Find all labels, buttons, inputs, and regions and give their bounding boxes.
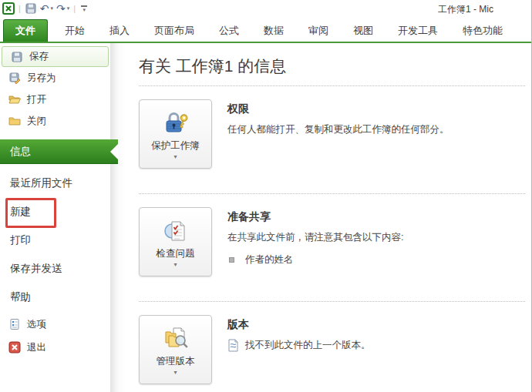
sidebar-item-label: 保存并发送: [10, 262, 62, 276]
lock-key-icon: [162, 109, 190, 137]
tab-data[interactable]: 数据: [251, 20, 296, 42]
window-title: 工作簿1 - Mic: [438, 3, 532, 16]
tab-view[interactable]: 视图: [341, 20, 386, 42]
inspect-document-icon: [162, 217, 190, 245]
tab-page-layout[interactable]: 页面布局: [142, 20, 207, 42]
sidebar-item-save-as[interactable]: 另存为: [0, 67, 110, 89]
section-description: 在共享此文件前，请注意其包含以下内容:: [227, 231, 403, 244]
sidebar-item-options[interactable]: 选项: [0, 313, 110, 336]
customize-quick-access-toolbar-button[interactable]: ▾: [81, 5, 87, 12]
page-title: 有关 工作簿1 的信息: [139, 55, 525, 77]
save-icon: [11, 51, 23, 63]
sidebar-item-label: 新建: [10, 205, 31, 219]
sidebar-item-label: 另存为: [27, 72, 56, 85]
save-as-icon: [8, 72, 21, 84]
sidebar-item-open[interactable]: 打开: [0, 89, 110, 110]
permissions-section: 保护工作簿 ▾ 权限 任何人都能打开、复制和更改此工作簿的任何部分。: [139, 86, 525, 185]
manage-versions-icon: [162, 325, 190, 353]
sharing-issue-label: 作者的姓名: [245, 253, 294, 266]
sidebar-item-save-and-send[interactable]: 保存并发送: [0, 254, 110, 283]
button-label: 管理版本: [157, 355, 195, 368]
button-label: 保护工作簿: [151, 139, 200, 152]
tab-special-features[interactable]: 特色功能: [450, 20, 515, 42]
ribbon-tab-row: 文件 开始 插入 页面布局 公式 数据 审阅 视图 开发工具 特色功能: [0, 17, 531, 43]
chevron-down-icon: ▾: [82, 8, 86, 12]
sidebar-item-label: 关闭: [27, 115, 46, 128]
redo-icon: ↷: [56, 3, 66, 14]
bullet-square-icon: [229, 257, 234, 263]
sidebar-item-label: 信息: [10, 145, 31, 159]
exit-icon: [8, 341, 21, 353]
version-status-text: 找不到此文件的上一个版本。: [245, 339, 371, 352]
excel-logo-icon: [2, 2, 15, 15]
info-panel: 有关 工作簿1 的信息: [139, 43, 525, 392]
chevron-down-icon[interactable]: ▾: [51, 3, 54, 14]
undo-icon: ↶: [40, 3, 49, 14]
backstage-view: 保存 另存为 打开: [0, 43, 531, 392]
sidebar-item-label: 打印: [10, 233, 31, 247]
version-document-icon: [227, 339, 239, 352]
tab-file[interactable]: 文件: [3, 19, 48, 42]
versions-section: 管理版本 ▾ 版本 找不到此文件的上一个版本。: [139, 302, 525, 392]
title-bar: | ↶▾ ↷▾ | ▾ 工作簿1 - Mic: [0, 0, 531, 17]
sidebar-item-label: 保存: [29, 50, 49, 63]
sidebar-item-label: 打开: [27, 93, 46, 106]
button-label: 检查问题: [157, 247, 195, 260]
chevron-down-icon: ▾: [173, 370, 177, 375]
closed-folder-icon: [8, 115, 21, 127]
redo-button[interactable]: ↷▾: [56, 3, 69, 14]
sidebar-item-label: 退出: [27, 341, 46, 354]
protect-workbook-button[interactable]: 保护工作簿 ▾: [139, 99, 212, 169]
undo-button[interactable]: ↶▾: [40, 3, 53, 14]
sidebar-item-label: 帮助: [10, 290, 31, 304]
tab-formulas[interactable]: 公式: [207, 20, 251, 42]
sidebar-item-info[interactable]: 信息: [0, 139, 118, 164]
sidebar-item-help[interactable]: 帮助: [0, 283, 110, 311]
save-icon[interactable]: [25, 2, 37, 15]
section-title: 权限: [227, 102, 450, 116]
sidebar-item-close[interactable]: 关闭: [0, 110, 110, 132]
tab-developer[interactable]: 开发工具: [386, 20, 450, 42]
section-description: 任何人都能打开、复制和更改此工作簿的任何部分。: [227, 123, 450, 136]
prepare-sharing-section: 检查问题 ▾ 准备共享 在共享此文件前，请注意其包含以下内容: 作者的姓名: [139, 194, 525, 293]
check-issues-button[interactable]: 检查问题 ▾: [139, 207, 212, 276]
sidebar-item-save[interactable]: 保存: [2, 46, 109, 67]
selected-arrow-icon: [110, 144, 118, 159]
tab-home[interactable]: 开始: [52, 20, 97, 42]
section-title: 准备共享: [227, 210, 403, 224]
excel-window: | ↶▾ ↷▾ | ▾ 工作簿1 - Mic 文件 开始 插入 页面布局 公式 …: [0, 0, 532, 392]
chevron-down-icon: ▾: [173, 263, 177, 267]
tab-insert[interactable]: 插入: [97, 20, 142, 42]
sidebar-item-recent[interactable]: 最近所用文件: [0, 169, 110, 197]
options-icon: [8, 318, 21, 330]
sidebar-item-new[interactable]: 新建: [0, 197, 110, 226]
sidebar-item-print[interactable]: 打印: [0, 226, 110, 254]
quick-access-toolbar: | ↶▾ ↷▾ | ▾: [2, 2, 87, 15]
sidebar-item-label: 选项: [27, 318, 46, 331]
sidebar-item-label: 最近所用文件: [10, 176, 72, 190]
sidebar-item-exit[interactable]: 退出: [0, 336, 110, 359]
toolbar-separator: |: [18, 4, 22, 13]
open-folder-icon: [8, 93, 21, 106]
chevron-down-icon[interactable]: ▾: [67, 3, 70, 14]
tab-review[interactable]: 审阅: [296, 20, 341, 42]
sharing-issue-item: 作者的姓名: [227, 253, 403, 266]
chevron-down-icon: ▾: [173, 155, 177, 159]
version-status-row: 找不到此文件的上一个版本。: [227, 339, 371, 352]
section-title: 版本: [227, 318, 371, 332]
backstage-sidebar: 保存 另存为 打开: [0, 43, 125, 392]
toolbar-separator: |: [72, 4, 76, 13]
manage-versions-button[interactable]: 管理版本 ▾: [139, 315, 212, 384]
